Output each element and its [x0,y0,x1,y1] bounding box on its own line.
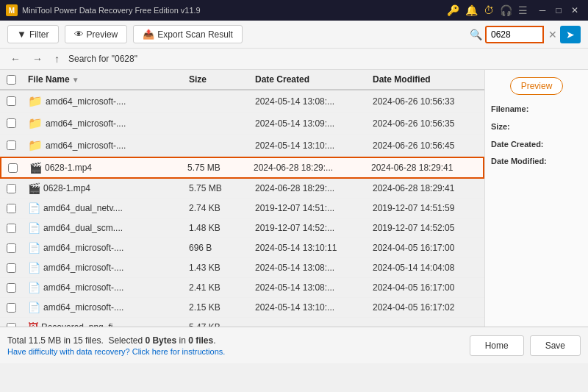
row-checkbox-2[interactable] [7,118,16,128]
file-date-modified: 2019-12-07 14:52:05 [367,221,484,235]
mp4-icon: 🎬 [29,162,42,174]
file-size: 2.15 KB [183,301,249,314]
table-row[interactable]: 📄 amd64_microsoft-.... 2.41 KB 2024-05-1… [0,278,484,298]
search-area: 🔍 ✕ ➤ [470,26,581,43]
up-button[interactable]: ↑ [51,51,62,66]
date-created-key: Date Created: [491,140,544,149]
file-name-cell: 📄 amd64_microsoft-.... [28,242,177,254]
filename-key: Filename: [491,104,528,113]
file-table-area[interactable]: File Name ▼ Size Date Created Date Modif… [0,70,485,327]
file-date-created: 2024-06-28 18:29:... [249,182,367,195]
table-row[interactable]: 📁 amd64_microsoft-.... 2024-05-14 13:10:… [0,135,484,157]
size-key: Size: [491,122,510,131]
bell-icon[interactable]: 🔔 [465,4,478,16]
help-link[interactable]: Have difficulty with data recovery? Clic… [7,347,225,356]
file-name: amd64_microsoft-.... [46,140,126,151]
file-name-cell: 📄 amd64_dual_netv.... [28,202,177,214]
row-checkbox-11[interactable] [7,303,16,313]
preview-toolbar-button[interactable]: 👁 Preview [65,25,128,43]
search-magnifier-icon: 🔍 [470,29,482,40]
table-row[interactable]: 🎬 0628-1.mp4 5.75 MB 2024-06-28 18:29:..… [0,157,484,179]
table-row[interactable]: 🖼 Recovered_png_fi.... 5.47 KB [0,318,484,327]
app-icon: M [6,4,18,16]
folder-icon: 📁 [28,138,43,152]
file-icon: 📄 [28,242,40,254]
filter-icon: ▼ [17,29,26,40]
file-name: amd64_microsoft-.... [43,243,123,253]
file-date-modified: 2019-12-07 14:51:59 [367,202,484,215]
table-row[interactable]: 📄 amd64_microsoft-.... 696 B 2024-05-14 … [0,238,484,258]
date-modified-header: Date Modified [373,74,431,85]
home-button[interactable]: Home [470,335,524,356]
file-date-created: 2024-05-14 13:10:11 [249,241,367,254]
app-title: MiniTool Power Data Recovery Free Editio… [22,6,201,15]
date-modified-key: Date Modified: [491,157,547,165]
search-go-button[interactable]: ➤ [560,26,581,43]
table-row[interactable]: 📄 amd64_dual_scm.... 1.48 KB 2019-12-07 … [0,218,484,238]
filter-button[interactable]: ▼ Filter [7,25,59,43]
file-name-cell: 🎬 0628-1.mp4 [28,182,177,194]
menu-icon[interactable]: ☰ [518,4,528,16]
row-checkbox-3[interactable] [7,140,16,150]
preview-label: Preview [87,29,118,40]
file-name: amd64_dual_netv.... [43,203,123,213]
table-row[interactable]: 🎬 0628-1.mp4 5.75 MB 2024-06-28 18:29:..… [0,179,484,199]
file-date-modified: 2024-06-26 10:56:35 [367,117,484,130]
row-checkbox-4[interactable] [8,163,18,173]
file-name-cell: 📁 amd64_microsoft-.... [28,116,177,130]
search-input[interactable] [485,26,544,43]
row-checkbox-5[interactable] [7,184,16,193]
row-checkbox-1[interactable] [7,96,16,106]
file-name-cell: 📁 amd64_microsoft-.... [28,94,177,108]
row-checkbox-7[interactable] [7,224,16,233]
maximize-button[interactable]: □ [551,3,566,18]
filename-sort-icon[interactable]: ▼ [72,76,79,84]
file-date-created: 2024-06-28 18:29:... [248,161,365,174]
row-checkbox-8[interactable] [7,243,16,253]
minimize-button[interactable]: ─ [535,3,550,18]
file-date-created: 2024-05-14 13:10:... [249,139,367,152]
timer-icon[interactable]: ⏱ [484,4,494,16]
clear-search-icon[interactable]: ✕ [548,29,557,40]
file-name: 0628-1.mp4 [43,183,90,193]
file-date-created: 2019-12-07 14:52:... [249,221,367,235]
table-row[interactable]: 📄 amd64_microsoft-.... 1.43 KB 2024-05-1… [0,258,484,278]
forward-button[interactable]: → [29,51,46,66]
file-name-cell: 📄 amd64_microsoft-.... [28,282,177,293]
back-button[interactable]: ← [7,51,24,66]
select-all-checkbox[interactable] [7,75,16,85]
row-checkbox-6[interactable] [7,204,16,213]
file-date-created [249,326,367,327]
row-checkbox-12[interactable] [7,323,16,327]
table-row[interactable]: 📁 amd64_microsoft-.... 2024-05-14 13:09:… [0,113,484,135]
export-button[interactable]: 📤 Export Scan Result [133,25,243,43]
file-date-modified: 2024-04-05 16:17:00 [367,281,484,294]
table-row[interactable]: 📄 amd64_dual_netv.... 2.74 KB 2019-12-07… [0,199,484,218]
file-date-modified: 2024-06-26 10:56:33 [367,95,484,108]
close-button[interactable]: ✕ [567,3,582,18]
save-button[interactable]: Save [530,335,581,356]
row-checkbox-10[interactable] [7,283,16,293]
file-name-cell: 📄 amd64_microsoft-.... [28,302,177,313]
table-row[interactable]: 📁 amd64_microsoft-.... 2024-05-14 13:08:… [0,90,484,113]
nav-bar: ← → ↑ Search for "0628" [0,49,588,70]
table-header: File Name ▼ Size Date Created Date Modif… [0,70,484,90]
file-size: 1.48 KB [183,221,249,235]
file-name: amd64_microsoft-.... [43,282,123,293]
preview-panel-button[interactable]: Preview [510,77,564,95]
file-name: 0628-1.mp4 [45,163,92,173]
file-date-created: 2024-05-14 13:09:... [249,117,367,130]
file-date-modified: 2024-06-28 18:29:41 [367,182,484,195]
file-size: 2.41 KB [183,281,249,294]
mp4-icon: 🎬 [28,182,40,194]
headphone-icon[interactable]: 🎧 [500,4,512,16]
file-name: amd64_microsoft-.... [46,118,126,129]
file-icon: 📄 [28,262,40,274]
size-header: Size [189,74,207,85]
export-label: Export Scan Result [157,29,233,40]
file-date-created: 2024-05-14 13:08:... [249,261,367,274]
table-row[interactable]: 📄 amd64_microsoft-.... 2.15 KB 2024-05-1… [0,298,484,318]
row-checkbox-9[interactable] [7,263,16,273]
key-icon[interactable]: 🔑 [447,4,459,16]
file-icon: 📄 [28,302,40,313]
